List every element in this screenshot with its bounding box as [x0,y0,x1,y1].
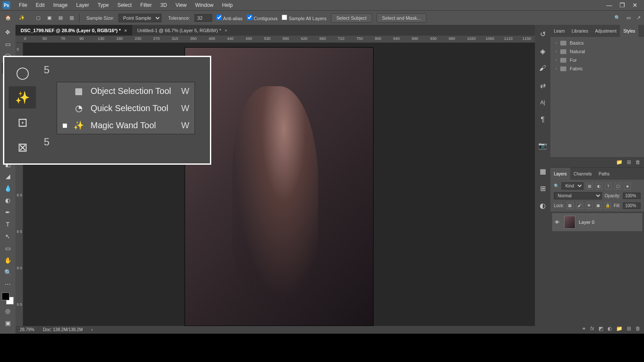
gradient-tool[interactable]: ◢ [2,171,14,182]
close-icon[interactable]: × [225,28,227,33]
tab-paths[interactable]: Paths [595,168,613,180]
object-selection-tool-item[interactable]: ▦ Object Selection Tool W [57,82,194,100]
select-mask-button[interactable]: Select and Mask... [377,13,427,23]
menu-help[interactable]: Help [218,2,237,8]
move-tool[interactable]: ✥ [2,27,14,38]
mask-icon[interactable]: ◩ [598,326,603,332]
add-selection-icon[interactable]: ▣ [45,13,54,23]
restore-button[interactable]: ❐ [616,2,629,9]
filter-adjustment-icon[interactable]: ◐ [595,183,602,190]
opacity-input[interactable] [623,193,641,199]
lock-transparency-icon[interactable]: ▦ [567,202,574,209]
menu-edit[interactable]: Edit [31,2,49,8]
menu-3d[interactable]: 3D [156,2,171,8]
blend-mode-select[interactable]: Normal [554,192,602,199]
trash-icon[interactable]: 🗑 [635,159,641,165]
swatches-panel-icon[interactable]: ▦ [538,166,547,176]
workspace-switcher-icon[interactable]: ▭ [626,15,631,21]
filter-pixel-icon[interactable]: ▨ [586,183,593,190]
anti-alias-checkbox[interactable]: Anti-alias [216,15,243,21]
select-subject-button[interactable]: Select Subject [331,13,372,23]
tab-styles[interactable]: Styles [620,25,638,37]
new-layer-icon[interactable]: ⊞ [627,326,631,332]
search-icon[interactable]: 🔍 [614,15,620,21]
adjustment-icon[interactable]: ◐ [608,326,612,332]
intersect-selection-icon[interactable]: ▥ [67,13,76,23]
quick-selection-tool-item[interactable]: ◔ Quick Selection Tool W [57,100,194,117]
tolerance-input[interactable] [194,14,212,22]
fx-icon[interactable]: fx [590,326,594,332]
frame-tool-large-icon[interactable]: ⊠ [9,136,36,158]
character-panel-icon[interactable]: A| [538,98,547,107]
link-icon[interactable]: ⚭ [582,326,586,332]
minimize-button[interactable]: — [603,2,616,9]
lock-position-icon[interactable]: ✥ [586,202,592,209]
tab-channels[interactable]: Channels [570,168,595,180]
marquee-tool[interactable]: ▭ [2,39,14,50]
document-tab-2[interactable]: Untitled-1 @ 66.7% (Layer 5, RGB/8#) * × [132,25,233,36]
style-folder-basics[interactable]: ›Basics [550,39,644,47]
tab-learn[interactable]: Learn [550,25,568,37]
status-chevron-icon[interactable]: › [91,327,93,332]
menu-layer[interactable]: Layer [72,2,93,8]
patterns-panel-icon[interactable]: ⊞ [538,184,547,193]
style-folder-natural[interactable]: ›Natural [550,47,644,56]
type-tool[interactable]: T [2,219,14,230]
visibility-icon[interactable]: 👁 [555,220,561,225]
new-selection-icon[interactable]: ▢ [33,13,43,23]
camera-panel-icon[interactable]: 📷 [538,141,547,150]
blur-tool[interactable]: 💧 [2,183,14,194]
menu-type[interactable]: Type [93,2,113,8]
rectangle-tool[interactable]: ▭ [2,243,14,254]
magic-wand-tool-large-icon[interactable]: ✨ [9,86,36,109]
folder-icon[interactable]: 📁 [616,159,623,165]
pen-tool[interactable]: ✒ [2,207,14,218]
style-folder-fabric[interactable]: ›Fabric [550,64,644,73]
sample-size-select[interactable]: Point Sample [118,14,161,22]
home-icon[interactable]: 🏠 [3,13,13,23]
close-button[interactable]: ✕ [629,2,641,9]
fill-input[interactable] [623,202,641,209]
color-swatches[interactable] [2,293,14,305]
menu-select[interactable]: Select [113,2,136,8]
new-style-icon[interactable]: ⊞ [627,159,631,165]
tab-adjustment[interactable]: Adjustment [592,25,620,37]
sample-all-checkbox[interactable]: Sample All Layers [282,15,326,21]
filter-shape-icon[interactable]: ▢ [614,183,621,190]
magic-wand-tool-item[interactable]: ■ ✨ Magic Wand Tool W [57,117,194,134]
contiguous-checkbox[interactable]: Contiguous [247,15,278,21]
gradients-panel-icon[interactable]: ◐ [538,201,547,210]
menu-view[interactable]: View [171,2,191,8]
document-tab-1[interactable]: DSC_1799.NEF @ 28.8% (Layer 0, RGB/16*) … [15,25,132,36]
filter-kind-select[interactable]: Kind [562,182,583,190]
menu-file[interactable]: File [15,2,31,8]
adjustments-panel-icon[interactable]: ⇄ [538,81,547,90]
properties-panel-icon[interactable]: ◈ [538,46,547,56]
hand-tool[interactable]: ✋ [2,255,14,266]
subtract-selection-icon[interactable]: ▤ [56,13,65,23]
trash-icon[interactable]: 🗑 [635,326,641,332]
zoom-tool[interactable]: 🔍 [2,267,14,278]
dodge-tool[interactable]: ◐ [2,195,14,206]
style-folder-fur[interactable]: ›Fur [550,56,644,64]
screen-mode-icon[interactable]: ▣ [2,317,14,329]
lasso-tool-large-icon[interactable]: ◯ [9,61,36,84]
tab-layers[interactable]: Layers [550,168,570,180]
close-icon[interactable]: × [124,28,127,33]
paragraph-panel-icon[interactable]: ¶ [538,115,547,124]
menu-image[interactable]: Image [49,2,72,8]
menu-filter[interactable]: Filter [136,2,156,8]
current-tool-icon[interactable]: ✨ [17,13,27,23]
lock-artboard-icon[interactable]: ▣ [595,202,602,209]
layer-item[interactable]: 👁 Layer 0 [552,213,642,231]
more-tools[interactable]: ⋯ [2,279,14,290]
filter-type-icon[interactable]: T [605,183,612,190]
brushes-panel-icon[interactable]: 🖌 [538,63,547,73]
path-selection-tool[interactable]: ↖ [2,231,14,242]
lock-pixels-icon[interactable]: 🖌 [576,202,583,209]
quick-mask-icon[interactable]: ◎ [2,305,14,317]
lock-all-icon[interactable]: 🔒 [605,202,611,209]
filter-smart-icon[interactable]: ◈ [624,183,631,190]
share-icon[interactable]: ↗ [637,15,641,21]
history-panel-icon[interactable]: ↺ [538,29,547,39]
